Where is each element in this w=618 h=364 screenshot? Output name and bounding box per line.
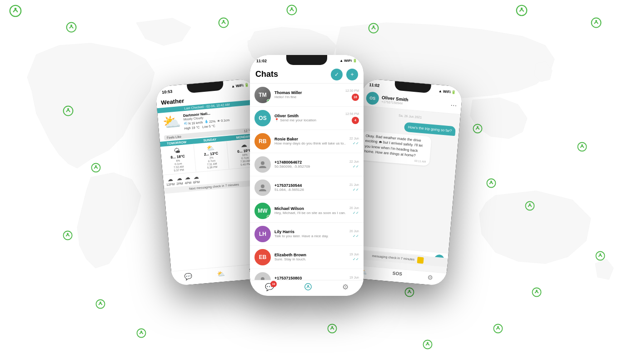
svg-point-8 bbox=[369, 24, 379, 33]
svg-point-35 bbox=[536, 290, 538, 292]
wind-value: N 16 km/h bbox=[188, 120, 203, 125]
nav-right-sos[interactable]: SOS bbox=[392, 270, 402, 279]
nav-sync-tab[interactable] bbox=[304, 283, 312, 291]
online-dot-michael bbox=[267, 215, 270, 219]
chat-name-lily: Lily Harris bbox=[274, 229, 346, 234]
chat-time-lily: 20 Jun bbox=[349, 229, 359, 233]
chat-name-thomas: Thomas Miller bbox=[274, 90, 342, 95]
chat-name-elizabeth: Elizabeth Brown bbox=[274, 253, 346, 257]
online-dot-thomas bbox=[267, 99, 270, 103]
map-logo-icon bbox=[525, 201, 535, 211]
nav-settings-tab[interactable]: ⚙ bbox=[342, 283, 349, 291]
wind-icon: 💨 bbox=[184, 121, 188, 125]
day0-icon: 🌤 bbox=[174, 147, 180, 155]
svg-point-28 bbox=[525, 201, 534, 210]
status-time-right: 11:02 bbox=[369, 82, 380, 88]
chat-name-michael: Michael Wilson bbox=[274, 206, 346, 211]
map-logo-icon bbox=[63, 105, 74, 116]
chat-avatar-elizabeth: EB bbox=[254, 249, 271, 265]
avatar-initials-elizabeth: EB bbox=[259, 254, 267, 260]
svg-point-37 bbox=[497, 326, 499, 328]
chat-name-oliver: Oliver Smith bbox=[274, 114, 342, 118]
chat-item-oliver[interactable]: OS Oliver Smith 📍 Send me your location … bbox=[250, 107, 364, 130]
map-logo-icon bbox=[286, 5, 297, 15]
chat-content-phone2: +17537150544 51.064, -6.565126 bbox=[274, 183, 346, 192]
hourly-time-4pm: 4PM bbox=[184, 181, 191, 184]
chat-msg-rosie: How many days do you think will take us … bbox=[274, 141, 346, 145]
chats-new-button[interactable]: + bbox=[346, 69, 358, 80]
nav-weather[interactable]: ⛅ bbox=[216, 269, 224, 277]
vis-icon: 👁 bbox=[217, 119, 221, 122]
chat-item-elizabeth[interactable]: EB Elizabeth Brown Sure. Stay in touch. … bbox=[250, 246, 364, 269]
message-outgoing-1: How's the trip going so far? bbox=[404, 122, 456, 136]
svg-point-36 bbox=[493, 324, 502, 333]
svg-point-11 bbox=[521, 8, 523, 10]
chats-check-button[interactable]: ✓ bbox=[331, 69, 343, 80]
chats-screen: 11:02 ▲ WiFi 🔋 Chats ✓ + TM bbox=[250, 55, 364, 296]
chat-item-phone2[interactable]: +17537150544 51.064, -6.565126 21 Jun ✓✓ bbox=[250, 176, 364, 199]
message-text-out-1: How's the trip going so far? bbox=[408, 125, 452, 133]
phone-chats: 11:02 ▲ WiFi 🔋 Chats ✓ + TM bbox=[250, 55, 364, 296]
chat-time-phone2: 21 Jun bbox=[349, 183, 359, 186]
chat-time-oliver: 12:56 PM bbox=[345, 112, 359, 115]
svg-point-18 bbox=[63, 231, 72, 239]
svg-point-42 bbox=[328, 324, 336, 333]
weather-details: Dartmoor Nati... Mostly Cloudy 💨 N 16 km… bbox=[183, 107, 254, 130]
check-warning-icon bbox=[417, 257, 424, 264]
svg-point-1 bbox=[15, 8, 17, 10]
svg-point-7 bbox=[291, 7, 293, 9]
hourly-icon-12pm: ☁ bbox=[167, 175, 173, 182]
day2-stats: 16% bbox=[242, 153, 247, 156]
nav-chats-tab[interactable]: 💬 19 bbox=[265, 283, 274, 291]
day1-stats: 2% bbox=[209, 156, 214, 159]
avatar-initials-lily: LH bbox=[259, 231, 266, 237]
battery-icon: 🔋 bbox=[244, 82, 249, 87]
chat-avatar-thomas: TM bbox=[254, 87, 271, 103]
settings-nav-icon: ⚙ bbox=[342, 283, 349, 291]
map-logo-icon bbox=[327, 324, 337, 334]
chat-item-michael[interactable]: MW Michael Wilson Hey, Michael, I'll be … bbox=[250, 199, 364, 223]
hourly-time-12pm: 12PM bbox=[166, 182, 175, 186]
chats-bottom-nav: 💬 19 ⚙ bbox=[250, 280, 364, 296]
chat-avatar-lily: LH bbox=[254, 226, 271, 242]
chat-content-lily: Lily Harris Talk to you later. Have a ni… bbox=[274, 229, 346, 238]
svg-point-30 bbox=[578, 142, 586, 151]
svg-point-49 bbox=[308, 285, 309, 286]
chat-msg-lily: Talk to you later. Have a nice day. bbox=[274, 234, 346, 238]
svg-point-27 bbox=[490, 181, 492, 183]
svg-point-45 bbox=[261, 184, 264, 188]
nav-right-settings[interactable]: ⚙ bbox=[427, 274, 434, 281]
chat-list: TM Thomas Miller Hello! I'm fine 12:30 P… bbox=[250, 84, 364, 296]
map-logo-icon bbox=[91, 163, 101, 173]
wifi-icon-r: WiFi bbox=[443, 89, 451, 94]
chat-badge-thomas: 16 bbox=[352, 94, 359, 101]
svg-point-16 bbox=[91, 163, 100, 172]
map-logo-icon bbox=[95, 299, 105, 309]
svg-point-4 bbox=[219, 18, 229, 28]
chat-meta-elizabeth: 19 Jun ✓✓ bbox=[349, 253, 359, 261]
svg-point-15 bbox=[67, 108, 69, 110]
chat-item-lily[interactable]: LH Lily Harris Talk to you later. Have a… bbox=[250, 223, 364, 246]
hourly-time-6pm: 6PM bbox=[193, 180, 200, 184]
chat-detail-header-content: OS Oliver Smith +17537150544 bbox=[366, 91, 409, 108]
svg-point-14 bbox=[64, 106, 73, 116]
map-logo-icon bbox=[532, 287, 542, 297]
chat-detail-avatar: OS bbox=[366, 91, 379, 105]
next-check-text: messaging check in 7 minutes bbox=[372, 254, 414, 261]
status-time-center: 11:02 bbox=[256, 59, 267, 63]
chat-item-phone1[interactable]: +17480064672 50.580099, -5.952709 22 Jun… bbox=[250, 153, 364, 176]
map-logo-icon bbox=[595, 251, 605, 261]
chat-check-phone2: ✓✓ bbox=[353, 188, 359, 192]
vis-value: 0.1cm bbox=[221, 118, 230, 122]
chat-detail-more-button[interactable]: ⋯ bbox=[450, 101, 457, 109]
chat-item-rosie[interactable]: RB Rosie Baker How many days do you thin… bbox=[250, 130, 364, 153]
nav-chat[interactable]: 💬 bbox=[184, 272, 192, 280]
chat-item-thomas[interactable]: TM Thomas Miller Hello! I'm fine 12:30 P… bbox=[250, 84, 364, 107]
hourly-4pm: ☁ 4PM bbox=[184, 174, 191, 184]
chat-name-phone2: +17537150544 bbox=[274, 183, 346, 188]
low-temp: Low 5 °C bbox=[202, 124, 215, 128]
svg-point-17 bbox=[95, 165, 97, 167]
chat-meta-michael: 20 Jun ✓✓ bbox=[349, 206, 359, 215]
svg-point-25 bbox=[477, 126, 478, 128]
hourly-icon-4pm: ☁ bbox=[184, 174, 190, 181]
